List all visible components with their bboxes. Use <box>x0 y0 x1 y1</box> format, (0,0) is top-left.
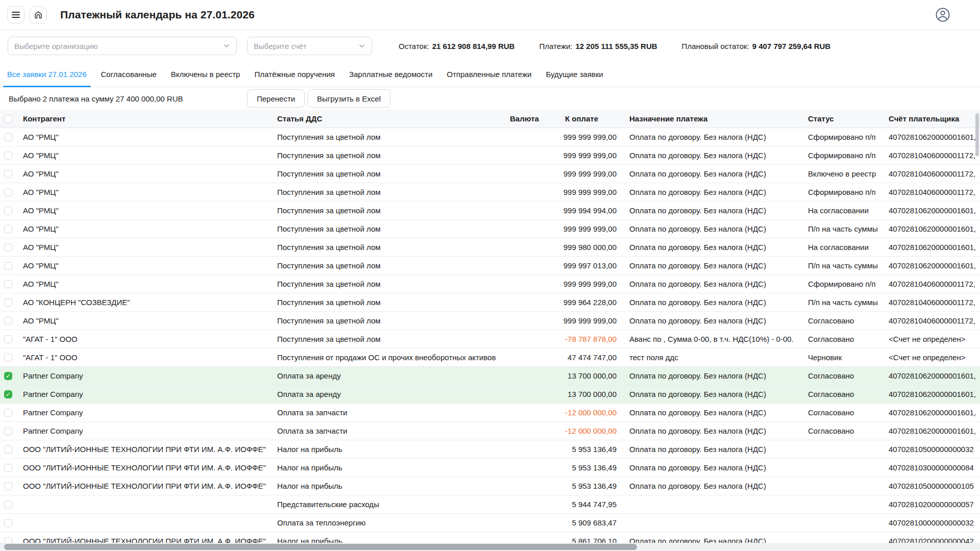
dds-article-cell: Поступления за цветной лом <box>277 280 510 288</box>
table-row[interactable]: ООО "ЛИТИЙ-ИОННЫЕ ТЕХНОЛОГИИ ПРИ ФТИ ИМ.… <box>0 440 980 459</box>
dds-article-cell: Поступления за цветной лом <box>277 243 510 252</box>
table-row[interactable]: "АГАТ - 1" ОООПоступления от продажи ОС … <box>0 348 980 367</box>
table-row[interactable]: АО "РМЦ"Поступления за цветной лом999 98… <box>0 238 980 257</box>
tab-payrolls[interactable]: Зарплатные ведомости <box>349 62 432 87</box>
table-row[interactable]: Представительские расходы5 944 747,95407… <box>0 495 980 514</box>
row-checkbox[interactable] <box>4 445 12 454</box>
dds-article-cell: Поступления за цветной лом <box>277 224 510 233</box>
payer-account-cell: 40702810406000001172, <box>885 151 980 160</box>
table-row[interactable]: ✓Partner CompanyОплата за аренду13 700 0… <box>0 385 980 404</box>
table-row[interactable]: "АГАТ - 1" ОООПоступления за цветной лом… <box>0 330 980 348</box>
user-avatar-button[interactable] <box>935 7 950 22</box>
tab-in-registry[interactable]: Включены в реестр <box>171 62 240 87</box>
dds-article-cell: Представительские расходы <box>277 500 510 509</box>
move-button[interactable]: Перенести <box>247 89 305 108</box>
tab-payment-orders[interactable]: Платёжные поручения <box>254 62 334 87</box>
purpose-cell: тест поля ддс <box>617 353 804 362</box>
dds-article-cell: Оплата за теплоэнергию <box>277 518 510 527</box>
row-checkbox[interactable] <box>4 409 12 417</box>
select-all-checkbox[interactable] <box>4 115 12 123</box>
tab-approved[interactable]: Согласованные <box>101 62 157 87</box>
purpose-cell: Оплата по договору. Без налога (НДС) <box>617 298 804 307</box>
table-row[interactable]: ООО "ЛИТИЙ-ИОННЫЕ ТЕХНОЛОГИИ ПРИ ФТИ ИМ.… <box>0 459 980 477</box>
table-row[interactable]: Partner CompanyОплата за запчасти-12 000… <box>0 404 980 422</box>
amount-cell: 5 953 136,49 <box>541 463 617 472</box>
table-row[interactable]: АО "РМЦ"Поступления за цветной лом999 99… <box>0 275 980 293</box>
row-checkbox[interactable] <box>4 464 12 472</box>
row-checkbox[interactable] <box>4 354 12 362</box>
row-checkbox-cell <box>0 243 18 252</box>
row-checkbox-checked[interactable]: ✓ <box>4 390 12 398</box>
selection-summary: Выбрано 2 платежа на сумму 27 400 000,00… <box>9 94 183 103</box>
tab-all[interactable]: Все заявки 27.01.2026 <box>7 62 87 87</box>
row-checkbox[interactable] <box>4 482 12 490</box>
table-row[interactable]: АО "РМЦ"Поступления за цветной лом999 99… <box>0 220 980 238</box>
payer-account-cell: <Счет не определен> <box>885 335 980 343</box>
row-checkbox[interactable] <box>4 207 12 215</box>
account-select[interactable]: Выберите счёт <box>247 37 372 55</box>
header-checkbox-cell <box>0 115 18 123</box>
home-button[interactable] <box>30 6 47 23</box>
dds-article-cell: Налог на прибыль <box>277 445 510 454</box>
table-row[interactable]: АО "РМЦ"Поступления за цветной лом999 99… <box>0 146 980 165</box>
row-checkbox[interactable] <box>4 335 12 343</box>
table-row[interactable]: АО "РМЦ"Поступления за цветной лом999 99… <box>0 165 980 183</box>
vertical-scrollbar-thumb[interactable] <box>975 113 979 156</box>
export-excel-button[interactable]: Выгрузить в Excel <box>307 89 390 108</box>
menu-button[interactable] <box>7 6 24 23</box>
tab-sent[interactable]: Отправленные платежи <box>447 62 531 87</box>
status-cell: П/п на часть суммы <box>804 261 885 270</box>
contractor-cell: "АГАТ - 1" ООО <box>18 335 277 343</box>
contractor-cell: "АГАТ - 1" ООО <box>18 353 277 362</box>
table-row[interactable]: Оплата за теплоэнергию5 909 683,47407028… <box>0 514 980 532</box>
row-checkbox[interactable] <box>4 188 12 196</box>
row-checkbox[interactable] <box>4 170 12 178</box>
table-row[interactable]: АО "РМЦ"Поступления за цветной лом999 99… <box>0 312 980 330</box>
table-row[interactable]: АО "РМЦ"Поступления за цветной лом999 99… <box>0 202 980 220</box>
status-cell: Согласовано <box>804 390 885 398</box>
purpose-cell: Оплата по договору. Без налога (НДС) <box>617 408 804 417</box>
dds-article-cell: Поступления за цветной лом <box>277 151 510 160</box>
purpose-cell: Оплата по договору. Без налога (НДС) <box>617 427 804 435</box>
dds-article-cell: Поступления за цветной лом <box>277 316 510 325</box>
purpose-cell: Оплата по договору. Без налога (НДС) <box>617 243 804 252</box>
payer-account-cell: 40702810620000001601, <box>885 261 980 270</box>
row-checkbox[interactable] <box>4 243 12 252</box>
account-placeholder: Выберите счёт <box>254 42 307 51</box>
horizontal-scrollbar-thumb[interactable] <box>4 544 637 550</box>
tab-future[interactable]: Будущие заявки <box>546 62 603 87</box>
row-checkbox[interactable] <box>4 427 12 435</box>
dds-article-cell: Оплата за аренду <box>277 390 510 398</box>
table-row[interactable]: АО "РМЦ"Поступления за цветной лом999 99… <box>0 257 980 275</box>
payer-account-cell: 40702810620000001601, <box>885 243 980 252</box>
row-checkbox[interactable] <box>4 500 12 509</box>
table-row[interactable]: АО "КОНЦЕРН "СОЗВЕЗДИЕ"Поступления за цв… <box>0 293 980 312</box>
row-checkbox[interactable] <box>4 262 12 270</box>
organization-select[interactable]: Выберите организацию <box>8 37 237 55</box>
table-row[interactable]: АО "РМЦ"Поступления за цветной лом999 99… <box>0 128 980 146</box>
row-checkbox[interactable] <box>4 133 12 141</box>
row-checkbox[interactable] <box>4 519 12 527</box>
table-row[interactable]: АО "РМЦ"Поступления за цветной лом999 99… <box>0 183 980 202</box>
row-checkbox[interactable] <box>4 298 12 307</box>
table-row[interactable]: ✓Partner CompanyОплата за аренду13 700 0… <box>0 367 980 385</box>
table-row[interactable]: ООО "ЛИТИЙ-ИОННЫЕ ТЕХНОЛОГИИ ПРИ ФТИ ИМ.… <box>0 477 980 495</box>
purpose-cell: Оплата по договору. Без налога (НДС) <box>617 371 804 380</box>
contractor-cell: АО "РМЦ" <box>18 169 277 178</box>
row-checkbox-checked[interactable]: ✓ <box>4 372 12 380</box>
row-checkbox-cell <box>0 445 18 454</box>
status-cell: П/п на часть суммы <box>804 224 885 233</box>
table-row[interactable]: Partner CompanyОплата за запчасти-12 000… <box>0 422 980 440</box>
status-cell: Сформировано п/п <box>804 133 885 141</box>
horizontal-scrollbar-track[interactable] <box>0 543 980 551</box>
row-checkbox-cell <box>0 464 18 472</box>
row-checkbox[interactable] <box>4 280 12 288</box>
purpose-cell: Оплата по договору. Без налога (НДС) <box>617 482 804 490</box>
row-checkbox-cell <box>0 354 18 362</box>
row-checkbox[interactable] <box>4 317 12 325</box>
dds-article-cell: Оплата за запчасти <box>277 408 510 417</box>
planned-balance-stat: Плановый остаток: 9 407 797 259,64 RUB <box>682 42 831 51</box>
contractor-cell: Partner Company <box>18 390 277 398</box>
row-checkbox[interactable] <box>4 152 12 160</box>
row-checkbox[interactable] <box>4 225 12 233</box>
